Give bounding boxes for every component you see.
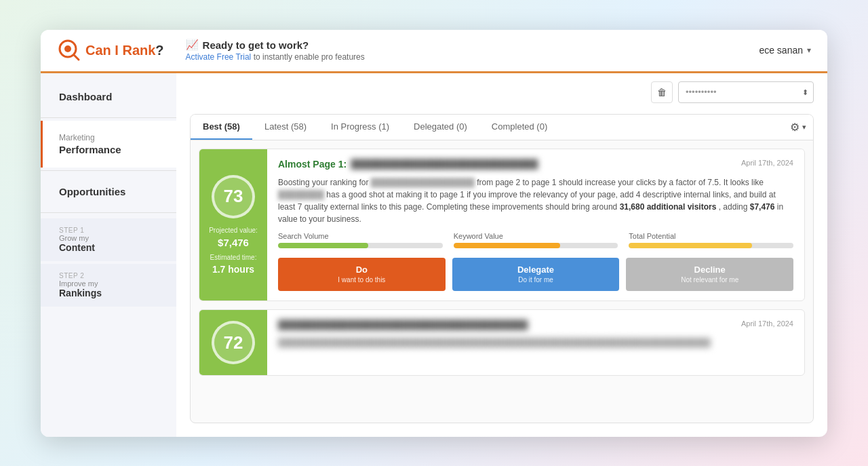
card-1-score-circle: 73 bbox=[212, 175, 255, 218]
card-1-score-panel: 73 Projected value: $7,476 Estimated tim… bbox=[199, 149, 267, 301]
sidebar-opportunities-label: Opportunities bbox=[59, 186, 160, 197]
card-1-projected-label: Projected value: bbox=[209, 227, 258, 234]
svg-point-1 bbox=[64, 45, 71, 52]
metric-total-potential-label: Total Potential bbox=[629, 232, 793, 240]
sidebar-item-dashboard[interactable]: Dashboard bbox=[41, 79, 176, 115]
card-1-estimated-label: Estimated time: bbox=[210, 254, 257, 261]
step-1-sub: Grow my bbox=[59, 234, 160, 242]
card-2-header: ████████████████████████████████████████… bbox=[278, 319, 793, 330]
main-content: 🗑 •••••••••• Option 1 Option 2 Best (58)… bbox=[176, 73, 827, 437]
filter-dropdown[interactable]: •••••••••• Option 1 Option 2 bbox=[678, 81, 814, 103]
sidebar-divider-3 bbox=[41, 212, 176, 213]
sidebar-marketing-sub: Marketing bbox=[59, 133, 160, 142]
card-2-body: ████████████████████████████████████████… bbox=[267, 310, 804, 375]
card-2-score-panel: 72 bbox=[199, 310, 267, 375]
tab-completed[interactable]: Completed (0) bbox=[479, 115, 559, 140]
card-2-title-blurred: ████████████████████████████████████████ bbox=[278, 319, 528, 330]
app-name: Can I Rank? bbox=[85, 43, 164, 58]
step-1-title: Content bbox=[59, 242, 160, 253]
card-1-title-blurred: ██████████████████████████████ bbox=[351, 159, 538, 169]
filter-funnel-icon: ⚙ bbox=[790, 121, 800, 134]
card-1-date: April 17th, 2024 bbox=[741, 159, 793, 167]
filter-icon[interactable]: ⚙ ▾ bbox=[783, 117, 813, 138]
sidebar-item-opportunities[interactable]: Opportunities bbox=[41, 174, 176, 210]
header: Can I Rank? 📈 Ready to get to work? Acti… bbox=[41, 30, 827, 73]
header-promo: 📈 Ready to get to work? Activate Free Tr… bbox=[186, 39, 760, 62]
card-1-body: Almost Page 1: █████████████████████████… bbox=[267, 149, 804, 301]
card-1-estimated-value: 1.7 hours bbox=[212, 264, 254, 275]
step-2-sub: Improve my bbox=[59, 279, 160, 288]
metric-total-potential: Total Potential bbox=[629, 232, 793, 248]
metric-search-volume-label: Search Volume bbox=[278, 232, 443, 240]
tab-in-progress[interactable]: In Progress (1) bbox=[319, 115, 401, 140]
card-1-title: Almost Page 1: █████████████████████████… bbox=[278, 159, 538, 170]
sidebar-divider-2 bbox=[41, 170, 176, 171]
card-2-score-value: 72 bbox=[224, 332, 243, 353]
metric-keyword-value-bar-bg bbox=[454, 243, 618, 248]
card-1-score-value: 73 bbox=[224, 186, 243, 207]
metric-search-volume: Search Volume bbox=[278, 232, 443, 248]
chart-icon: 📈 bbox=[186, 39, 199, 51]
sidebar-performance-label: Performance bbox=[59, 144, 160, 155]
card-1-description: Boosting your ranking for ██████████████… bbox=[278, 176, 793, 225]
do-button-sub: I want to do this bbox=[278, 275, 446, 284]
card-2-description: ████████████████████████████████████████… bbox=[278, 336, 793, 349]
card-1-header: Almost Page 1: █████████████████████████… bbox=[278, 159, 793, 170]
main-window: Can I Rank? 📈 Ready to get to work? Acti… bbox=[41, 30, 827, 437]
delegate-button[interactable]: Delegate Do it for me bbox=[452, 258, 620, 292]
card-2-title: ████████████████████████████████████████ bbox=[278, 319, 528, 330]
step-2-num: Step 2 bbox=[59, 272, 160, 279]
metric-search-volume-bar-bg bbox=[278, 243, 443, 248]
toolbar: 🗑 •••••••••• Option 1 Option 2 bbox=[190, 81, 814, 103]
metric-total-potential-bar-bg bbox=[629, 243, 793, 248]
decline-button-sub: Not relevant for me bbox=[626, 275, 793, 284]
activate-trial-link[interactable]: Activate Free Trial bbox=[186, 52, 252, 62]
delegate-button-label: Delegate bbox=[452, 265, 620, 276]
sidebar-item-marketing-performance[interactable]: Marketing Performance bbox=[41, 121, 176, 168]
card-1-projected-value: $7,476 bbox=[218, 237, 249, 248]
do-button-label: Do bbox=[278, 265, 446, 276]
logo-icon bbox=[57, 38, 81, 62]
card-1-badge: Almost Page 1: bbox=[278, 159, 347, 170]
sidebar-step-1[interactable]: Step 1 Grow my Content bbox=[41, 218, 176, 261]
trash-icon: 🗑 bbox=[657, 87, 667, 98]
metric-keyword-value: Keyword Value bbox=[454, 232, 618, 248]
filter-chevron-icon: ▾ bbox=[802, 123, 806, 132]
body: Dashboard Marketing Performance Opportun… bbox=[41, 73, 827, 437]
tab-delegated[interactable]: Delegated (0) bbox=[401, 115, 479, 140]
ready-title: 📈 Ready to get to work? bbox=[186, 39, 760, 51]
username: ece sanan bbox=[759, 45, 803, 56]
chevron-down-icon: ▾ bbox=[807, 45, 811, 55]
tab-latest[interactable]: Latest (58) bbox=[252, 115, 319, 140]
sidebar-divider-1 bbox=[41, 117, 176, 118]
step-1-num: Step 1 bbox=[59, 227, 160, 234]
metric-search-volume-bar bbox=[278, 243, 368, 248]
decline-button-label: Decline bbox=[626, 265, 793, 276]
sidebar-step-2[interactable]: Step 2 Improve my Rankings bbox=[41, 264, 176, 307]
decline-button[interactable]: Decline Not relevant for me bbox=[626, 258, 793, 292]
ready-sub: Activate Free Trial to instantly enable … bbox=[186, 52, 760, 62]
logo-area: Can I Rank? bbox=[57, 38, 164, 62]
card-1: 73 Projected value: $7,476 Estimated tim… bbox=[199, 149, 805, 302]
card-2: 72 █████████████████████████████████████… bbox=[199, 309, 805, 376]
svg-line-2 bbox=[74, 55, 79, 60]
metric-total-potential-bar bbox=[629, 243, 752, 248]
metric-keyword-value-bar bbox=[454, 243, 561, 248]
card-1-actions: Do I want to do this Delegate Do it for … bbox=[278, 258, 793, 292]
card-1-metrics: Search Volume Keyword Value bbox=[278, 232, 793, 248]
delete-button[interactable]: 🗑 bbox=[651, 81, 673, 103]
tab-best[interactable]: Best (58) bbox=[191, 115, 252, 140]
do-button[interactable]: Do I want to do this bbox=[278, 258, 446, 292]
sidebar-dashboard-label: Dashboard bbox=[59, 91, 160, 102]
user-menu[interactable]: ece sanan ▾ bbox=[759, 45, 811, 56]
card-2-date: April 17th, 2024 bbox=[741, 319, 793, 328]
tabs-header: Best (58) Latest (58) In Progress (1) De… bbox=[191, 115, 813, 140]
sidebar: Dashboard Marketing Performance Opportun… bbox=[41, 73, 176, 437]
card-2-score-circle: 72 bbox=[212, 321, 255, 364]
filter-dropdown-wrapper: •••••••••• Option 1 Option 2 bbox=[678, 81, 814, 103]
step-2-title: Rankings bbox=[59, 288, 160, 298]
delegate-button-sub: Do it for me bbox=[452, 275, 620, 284]
tabs-container: Best (58) Latest (58) In Progress (1) De… bbox=[190, 114, 814, 423]
metric-keyword-value-label: Keyword Value bbox=[454, 232, 618, 240]
cards-list: 73 Projected value: $7,476 Estimated tim… bbox=[191, 140, 813, 385]
